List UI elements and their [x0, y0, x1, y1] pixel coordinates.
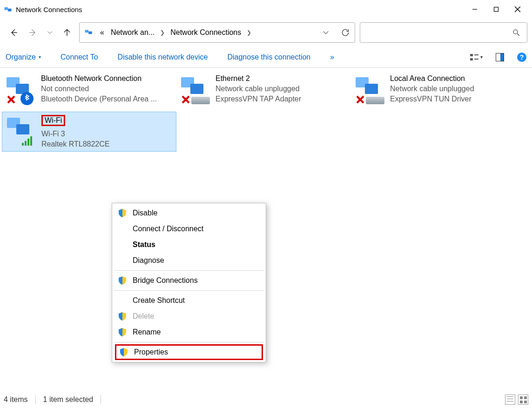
svg-rect-12 — [470, 54, 473, 56]
ctx-diagnose[interactable]: Diagnose — [113, 253, 265, 268]
overflow-button[interactable]: » — [330, 53, 334, 61]
connection-icon — [4, 74, 37, 108]
ctx-disable[interactable]: Disable — [113, 205, 265, 221]
context-menu: Disable Connect / Disconnect Status Diag… — [112, 203, 266, 362]
svg-line-11 — [517, 33, 519, 36]
svg-point-10 — [513, 30, 518, 34]
navigation-row: « Network an... ❯ Network Connections ❯ — [0, 19, 532, 47]
svg-rect-29 — [16, 124, 29, 134]
connection-ethernet2[interactable]: Ethernet 2 Network cable unplugged Expre… — [176, 72, 351, 112]
svg-rect-30 — [22, 143, 24, 146]
disable-device-button[interactable]: Disable this network device — [118, 53, 208, 61]
search-icon — [512, 28, 520, 37]
forward-button[interactable] — [28, 28, 37, 37]
ctx-shortcut[interactable]: Create Shortcut — [113, 293, 265, 308]
shield-icon — [118, 312, 127, 321]
divider — [101, 395, 101, 404]
status-count: 4 items — [4, 395, 28, 404]
breadcrumb-2[interactable]: Network Connections — [168, 28, 243, 37]
maximize-button[interactable] — [485, 2, 507, 17]
navigation-arrows — [5, 28, 74, 37]
organize-button[interactable]: Organize▾ — [6, 53, 41, 61]
svg-rect-21 — [190, 84, 203, 94]
recent-dropdown-button[interactable] — [47, 28, 53, 37]
connection-name: Bluetooth Network Connection — [41, 74, 157, 83]
connection-bluetooth[interactable]: Bluetooth Network Connection Not connect… — [2, 72, 176, 112]
large-icons-view-button[interactable] — [518, 395, 528, 405]
connection-status: Network cable unplugged — [390, 85, 474, 93]
svg-rect-1 — [8, 9, 12, 12]
help-button[interactable]: ? — [517, 53, 526, 62]
nic-icon — [191, 97, 210, 104]
preview-pane-button[interactable] — [496, 53, 504, 61]
connection-device: Bluetooth Device (Personal Area ... — [41, 95, 157, 103]
divider — [35, 395, 36, 404]
svg-rect-0 — [5, 7, 8, 10]
connection-name-highlight: Wi-Fi — [41, 115, 109, 128]
connection-device: ExpressVPN TUN Driver — [390, 95, 474, 103]
shield-icon — [118, 208, 127, 218]
svg-rect-8 — [85, 30, 89, 33]
svg-rect-33 — [30, 136, 32, 146]
search-box[interactable] — [360, 22, 527, 43]
ctx-rename[interactable]: Rename — [113, 324, 265, 340]
ctx-connect-disconnect[interactable]: Connect / Disconnect — [113, 221, 265, 237]
status-selected: 1 item selected — [43, 395, 94, 404]
command-toolbar: Organize▾ Connect To Disable this networ… — [0, 47, 532, 68]
up-button[interactable] — [62, 28, 72, 37]
ctx-delete: Delete — [113, 308, 265, 324]
connections-area: Bluetooth Network Connection Not connect… — [0, 68, 532, 389]
ctx-bridge[interactable]: Bridge Connections — [113, 273, 265, 288]
window-title: Network Connections — [16, 6, 82, 13]
connection-name: Local Area Connection — [390, 74, 474, 83]
separator — [114, 290, 264, 291]
location-folder-icon — [84, 28, 94, 37]
details-view-button[interactable] — [505, 395, 515, 405]
connection-name: Ethernet 2 — [215, 74, 301, 83]
chevron-right-icon[interactable]: ❯ — [246, 29, 252, 36]
ctx-status[interactable]: Status — [113, 237, 265, 253]
connection-icon — [178, 74, 212, 108]
diagnose-button[interactable]: Diagnose this connection — [227, 53, 310, 61]
status-bar: 4 items 1 item selected — [0, 391, 532, 408]
history-dropdown-icon[interactable] — [322, 28, 330, 37]
connection-device: ExpressVPN TAP Adapter — [215, 95, 301, 103]
shield-icon — [119, 348, 128, 357]
connection-device: Realtek RTL8822CE — [41, 140, 109, 148]
separator — [114, 270, 264, 271]
breadcrumb-1[interactable]: Network an... — [109, 28, 156, 37]
connection-lan[interactable]: Local Area Connection Network cable unpl… — [351, 72, 525, 112]
connect-to-button[interactable]: Connect To — [61, 53, 98, 61]
connection-status: Wi-Fi 3 — [41, 130, 109, 138]
views-button[interactable]: ▾ — [470, 54, 483, 61]
connection-icon — [4, 115, 38, 148]
ctx-properties[interactable]: Properties — [115, 344, 263, 360]
titlebar: Network Connections — [0, 0, 532, 19]
svg-rect-9 — [88, 32, 92, 34]
close-button[interactable] — [507, 2, 528, 17]
connection-name: Wi-Fi — [41, 115, 65, 126]
svg-rect-13 — [470, 58, 473, 60]
connection-icon — [353, 74, 386, 108]
address-bar[interactable]: « Network an... ❯ Network Connections ❯ — [79, 22, 355, 43]
back-button[interactable] — [9, 28, 19, 37]
bluetooth-icon — [20, 92, 34, 105]
nic-icon — [366, 97, 384, 104]
wifi-signal-icon — [22, 135, 35, 146]
connection-status: Not connected — [41, 85, 157, 93]
error-icon — [7, 95, 16, 104]
network-icon — [4, 5, 12, 13]
minimize-button[interactable] — [464, 2, 485, 17]
breadcrumb-prefix: « — [98, 28, 106, 37]
svg-rect-25 — [365, 84, 378, 94]
connection-status: Network cable unplugged — [215, 85, 301, 93]
shield-icon — [118, 328, 127, 337]
shield-icon — [118, 276, 127, 285]
refresh-icon[interactable] — [341, 28, 350, 37]
window-controls — [464, 2, 528, 17]
separator — [114, 342, 264, 342]
chevron-right-icon[interactable]: ❯ — [159, 29, 166, 36]
connection-wifi[interactable]: Wi-Fi Wi-Fi 3 Realtek RTL8822CE — [2, 112, 176, 152]
svg-rect-31 — [25, 141, 27, 146]
svg-rect-3 — [494, 7, 498, 12]
